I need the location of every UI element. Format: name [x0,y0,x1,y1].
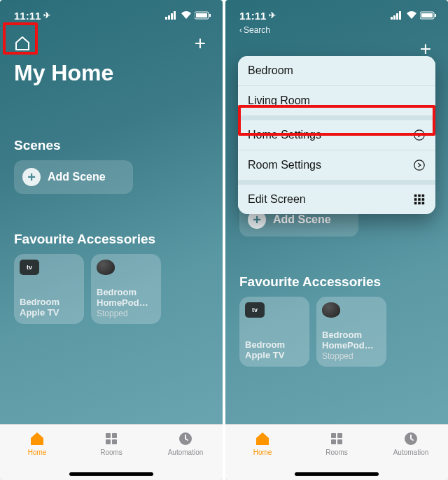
tile-label: Bedroom [97,288,155,298]
add-scene-label: Add Scene [273,213,331,226]
svg-rect-23 [422,195,425,197]
menu-label: Bedroom [248,64,293,77]
home-menu-button[interactable] [13,34,32,53]
scenes-heading: Scenes [0,100,223,160]
page-title: My Home [0,59,223,100]
tile-label: HomePod… [97,298,155,309]
svg-rect-9 [106,439,111,444]
accessory-row: tv Bedroom Apple TV Bedroom HomePod… Sto… [0,254,223,324]
settings-disclosure-icon [413,159,426,171]
svg-point-20 [414,160,424,170]
homepod-icon [97,260,115,275]
tile-label: Bedroom [20,297,78,308]
favourite-accessories-heading: Favourite Accessories [0,194,223,254]
tile-label: Apple TV [245,351,304,361]
tile-label: Bedroom [245,340,304,351]
menu-label: Living Room [248,94,310,107]
menu-item-home-settings[interactable]: Home Settings [238,116,435,150]
svg-rect-2 [171,13,173,20]
accessory-tile-apple-tv[interactable]: tv Bedroom Apple TV [14,254,84,324]
svg-rect-10 [112,439,117,444]
tile-label: Bedroom [322,330,381,341]
accessory-tile-homepod[interactable]: Bedroom HomePod… Stopped [316,297,386,367]
svg-rect-31 [337,433,342,438]
tab-bar: Home Rooms Automation [0,424,223,480]
svg-rect-15 [399,11,401,20]
svg-rect-12 [391,17,393,20]
svg-rect-7 [106,433,111,438]
menu-item-bedroom[interactable]: Bedroom [238,56,435,86]
menu-item-room-settings[interactable]: Room Settings [238,150,435,181]
accessory-tile-apple-tv[interactable]: tv Bedroom Apple TV [239,297,309,367]
location-icon: ✈︎ [269,10,276,20]
tab-automation[interactable]: Automation [148,425,223,480]
status-icons [391,11,437,20]
apple-tv-icon: tv [20,260,39,275]
svg-rect-32 [331,439,336,444]
tab-bar: Home Rooms Automation [225,424,448,480]
menu-label: Edit Screen [248,193,306,206]
status-time: 11:11 [14,10,41,22]
add-scene-button[interactable]: + Add Scene [14,160,133,194]
tab-label: Rooms [100,449,122,456]
svg-rect-33 [337,439,342,444]
svg-rect-18 [435,14,436,17]
tile-label: HomePod… [322,341,381,351]
chevron-left-icon: ‹ [239,25,242,35]
svg-rect-5 [196,13,207,17]
tile-status: Stopped [97,309,155,318]
svg-rect-3 [174,11,176,20]
svg-rect-14 [396,13,398,20]
menu-item-living-room[interactable]: Living Room [238,86,435,116]
status-time: 11:11 [239,10,266,22]
menu-label: Home Settings [248,129,321,141]
svg-rect-29 [422,202,425,205]
svg-rect-8 [112,433,117,438]
svg-rect-0 [165,17,167,20]
tab-label: Automation [393,449,429,456]
tile-label: Apple TV [20,308,78,318]
plus-icon: + [22,168,41,186]
svg-rect-26 [422,198,425,201]
svg-rect-21 [414,195,417,197]
back-search[interactable]: ‹ Search [225,25,448,35]
svg-rect-24 [414,198,417,201]
svg-rect-22 [418,195,421,197]
add-scene-label: Add Scene [48,171,106,183]
svg-rect-25 [418,198,421,201]
location-icon: ✈︎ [43,10,50,20]
grid-icon [413,193,426,206]
favourite-accessories-heading: Favourite Accessories [225,237,448,297]
tab-home[interactable]: Home [225,425,300,480]
back-search-label: Search [244,25,270,35]
add-button[interactable]: + [190,32,210,55]
tab-automation[interactable]: Automation [374,425,448,480]
status-bar: 11:11 ✈︎ [0,0,223,25]
menu-label: Room Settings [248,159,321,171]
home-indicator [295,472,379,476]
svg-rect-28 [418,202,421,205]
menu-item-edit-screen[interactable]: Edit Screen [238,181,435,214]
svg-rect-17 [421,13,433,17]
svg-rect-30 [331,433,336,438]
svg-rect-27 [414,202,417,205]
accessory-tile-homepod[interactable]: Bedroom HomePod… Stopped [91,254,161,324]
svg-rect-6 [209,14,211,17]
tab-label: Home [28,449,47,456]
tab-label: Automation [168,449,204,456]
svg-rect-13 [393,15,396,20]
top-bar: + [0,25,223,59]
home-indicator [69,472,153,476]
settings-disclosure-icon [413,129,426,141]
svg-point-19 [414,130,424,140]
tab-label: Rooms [326,449,348,456]
tab-home[interactable]: Home [0,425,74,480]
tile-status: Stopped [322,351,381,361]
accessory-row: tv Bedroom Apple TV Bedroom HomePod… Sto… [225,297,448,367]
phone-left: 11:11 ✈︎ + My Home Scenes + Add Scene Fa… [0,0,223,480]
svg-rect-1 [168,15,170,20]
status-bar: 11:11 ✈︎ [225,0,448,25]
context-menu: Bedroom Living Room Home Settings Room S… [238,56,435,214]
phone-right: 11:11 ✈︎ ‹ Search + Bedroom Living Room … [225,0,448,480]
apple-tv-icon: tv [245,302,265,318]
